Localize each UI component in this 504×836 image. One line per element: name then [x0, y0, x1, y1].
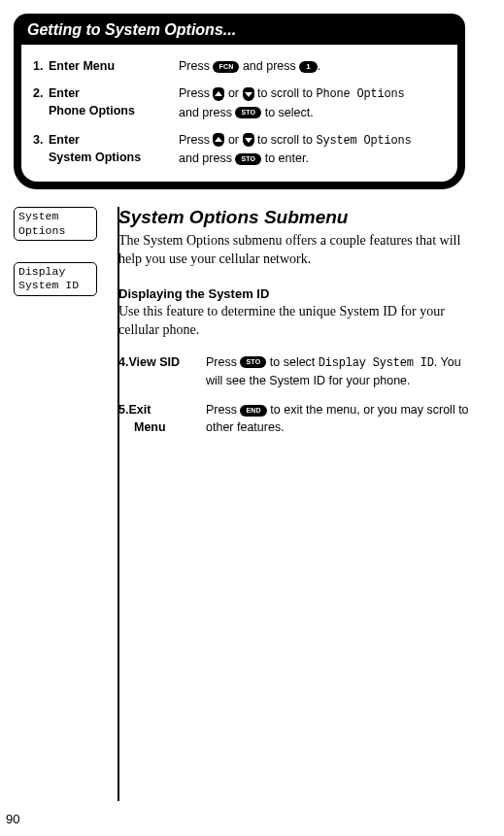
intro-text: The System Options submenu offers a coup… [118, 232, 475, 269]
text: to select [266, 355, 319, 369]
step-name: Menu [134, 420, 166, 434]
step-1-label: 1.Enter Menu [33, 57, 169, 75]
step-4-desc: Press STO to select Display System ID. Y… [206, 353, 475, 390]
up-arrow-icon [213, 87, 224, 101]
step-5-desc: Press END to exit the menu, or you may s… [206, 401, 475, 436]
text: and press [179, 151, 235, 165]
step-name: Enter [49, 133, 80, 147]
column-divider [118, 207, 119, 801]
display-text: System Options [316, 134, 411, 148]
text: and press [239, 59, 299, 73]
text: to enter. [261, 151, 309, 165]
step-name: Enter Menu [49, 59, 115, 73]
down-arrow-icon [243, 133, 254, 147]
text: to select. [261, 106, 314, 119]
text: Press [179, 59, 213, 73]
subsection-heading: Displaying the System ID [118, 286, 475, 301]
text: . [318, 59, 320, 73]
text: and press [179, 106, 235, 119]
text: Press [179, 133, 213, 147]
step-number: 3. [33, 131, 49, 149]
subsection-text: Use this feature to determine the unique… [118, 303, 475, 340]
text: Press [179, 86, 213, 100]
step-number: 1. [33, 57, 49, 75]
step-1-desc: Press FCN and press 1. [179, 57, 446, 75]
step-name: Exit [128, 403, 151, 417]
sto-button-icon: STO [235, 153, 261, 165]
down-arrow-icon [243, 87, 254, 101]
display-line: Options [18, 224, 65, 237]
step-2-row: 2.Enter Phone Options Press or to scroll… [33, 80, 446, 126]
step-5-row: 5.Exit Menu Press END to exit the menu, … [118, 395, 475, 442]
sto-button-icon: STO [240, 356, 266, 368]
procedure-title: Getting to System Options... [14, 14, 465, 45]
text: Press [206, 355, 240, 369]
sto-button-icon: STO [235, 107, 261, 118]
up-arrow-icon [213, 133, 224, 147]
lcd-label-system-options: System Options [14, 207, 97, 241]
left-column: System Options Display System ID [14, 207, 99, 442]
display-line: Display [18, 265, 65, 278]
text: or [224, 133, 242, 147]
one-button-icon: 1 [299, 61, 317, 73]
fcn-button-icon: FCN [213, 61, 239, 73]
step-name: View SID [128, 355, 180, 369]
step-number: 5. [118, 403, 128, 417]
step-2-label: 2.Enter Phone Options [33, 84, 169, 121]
step-number: 2. [33, 84, 49, 102]
step-name: System Options [49, 150, 141, 164]
step-5-label: 5.Exit Menu [118, 401, 196, 436]
end-button-icon: END [240, 405, 266, 417]
step-4-label: 4.View SID [118, 353, 196, 390]
step-1-row: 1.Enter Menu Press FCN and press 1. [33, 52, 446, 80]
step-3-label: 3.Enter System Options [33, 131, 169, 168]
display-line: System ID [18, 279, 79, 291]
step-3-row: 3.Enter System Options Press or to scrol… [33, 126, 446, 173]
manual-page: Getting to System Options... 1.Enter Men… [0, 0, 504, 836]
lcd-label-display-system-id: Display System ID [14, 262, 97, 296]
step-2-desc: Press or to scroll to Phone Options and … [179, 84, 446, 121]
text: to scroll to [254, 133, 317, 147]
right-column: System Options Submenu The System Option… [118, 207, 475, 442]
display-line: System [18, 210, 58, 222]
display-text: Display System ID [319, 356, 434, 370]
step-4-row: 4.View SID Press STO to select Display S… [118, 348, 475, 396]
text: Press [206, 403, 240, 417]
step-name: Enter [49, 86, 80, 100]
section-title: System Options Submenu [118, 207, 475, 228]
page-number: 90 [6, 812, 19, 826]
procedure-box: Getting to System Options... 1.Enter Men… [14, 14, 475, 189]
step-name: Phone Options [49, 104, 135, 117]
display-text: Phone Options [316, 87, 404, 101]
text: to scroll to [254, 86, 317, 100]
body-grid: System Options Display System ID System … [14, 207, 475, 442]
step-number: 4. [118, 355, 128, 369]
text: or [224, 86, 242, 100]
step-3-desc: Press or to scroll to System Options and… [179, 131, 446, 168]
procedure-steps: 1.Enter Menu Press FCN and press 1. 2.En… [14, 45, 465, 189]
